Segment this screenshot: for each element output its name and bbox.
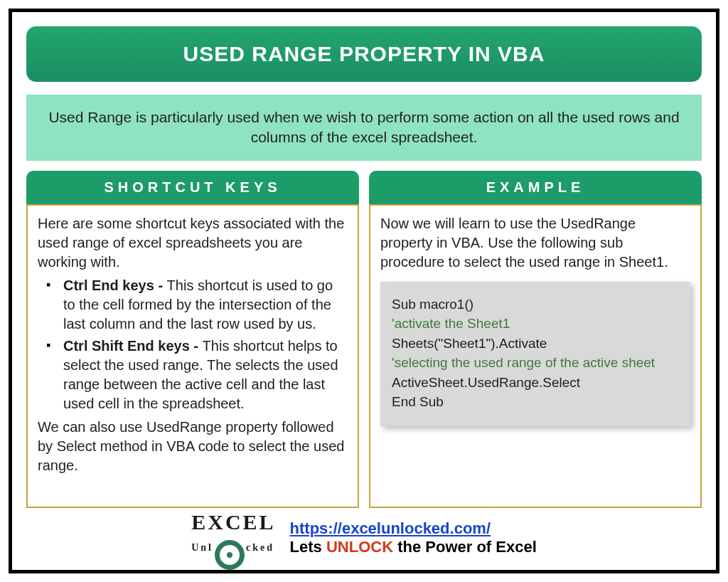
code-comment: 'activate the Sheet1 xyxy=(392,314,679,334)
tagline-pre: Lets xyxy=(290,538,326,556)
tagline-post: the Power of Excel xyxy=(393,538,537,556)
keyhole-icon xyxy=(215,540,245,570)
code-block: Sub macro1() 'activate the Sheet1 Sheets… xyxy=(380,282,690,426)
logo-sub-text: Unl xyxy=(191,544,213,553)
list-item: Ctrl Shift End keys - This shortcut help… xyxy=(46,337,348,413)
description-bar: Used Range is particularly used when we … xyxy=(26,95,702,161)
shortcut-keys-intro: Here are some shortcut keys associated w… xyxy=(38,214,348,272)
footer-tagline: Lets UNLOCK the Power of Excel xyxy=(290,538,537,556)
example-header: EXAMPLE xyxy=(369,171,702,204)
shortcut-keys-outro: We can also use UsedRange property follo… xyxy=(38,418,348,475)
code-line: Sub macro1() xyxy=(392,295,679,314)
bullet-bold: Ctrl Shift End keys - xyxy=(63,338,203,354)
shortcut-keys-column: SHORTCUT KEYS Here are some shortcut key… xyxy=(26,171,359,508)
footer-link[interactable]: https://excelunlocked.com/ xyxy=(290,519,491,538)
list-item: Ctrl End keys - This shortcut is used to… xyxy=(46,276,348,334)
example-body: Now we will learn to use the UsedRange p… xyxy=(369,204,702,508)
logo-letter: E xyxy=(191,512,208,531)
footer: E X C E L Unl cked https://excelunlocked… xyxy=(26,512,702,563)
footer-text: https://excelunlocked.com/ Lets UNLOCK t… xyxy=(290,519,537,556)
shortcut-keys-list: Ctrl End keys - This shortcut is used to… xyxy=(46,276,348,413)
logo-letter: L xyxy=(259,512,276,531)
shortcut-keys-body: Here are some shortcut keys associated w… xyxy=(26,204,359,508)
logo-letter: C xyxy=(225,512,243,531)
code-line: End Sub xyxy=(392,392,679,412)
tagline-unlock: UNLOCK xyxy=(326,538,393,556)
logo-top-row: E X C E L xyxy=(191,512,275,531)
logo: E X C E L Unl cked xyxy=(191,512,275,563)
code-line: ActiveSheet.UsedRange.Select xyxy=(392,373,679,393)
page-title: USED RANGE PROPERTY IN VBA xyxy=(26,26,702,82)
bullet-bold: Ctrl End keys - xyxy=(63,277,167,293)
example-intro: Now we will learn to use the UsedRange p… xyxy=(380,214,690,272)
logo-bottom-row: Unl cked xyxy=(191,533,274,563)
code-line: Sheets("Sheet1").Activate xyxy=(392,334,679,354)
logo-letter: X xyxy=(208,512,225,531)
logo-letter: E xyxy=(243,512,259,531)
logo-sub-text: cked xyxy=(246,544,274,553)
document-frame: USED RANGE PROPERTY IN VBA Used Range is… xyxy=(9,9,719,573)
columns-container: SHORTCUT KEYS Here are some shortcut key… xyxy=(26,171,702,508)
example-column: EXAMPLE Now we will learn to use the Use… xyxy=(369,171,702,508)
code-comment: 'selecting the used range of the active … xyxy=(392,353,679,373)
shortcut-keys-header: SHORTCUT KEYS xyxy=(26,171,359,204)
